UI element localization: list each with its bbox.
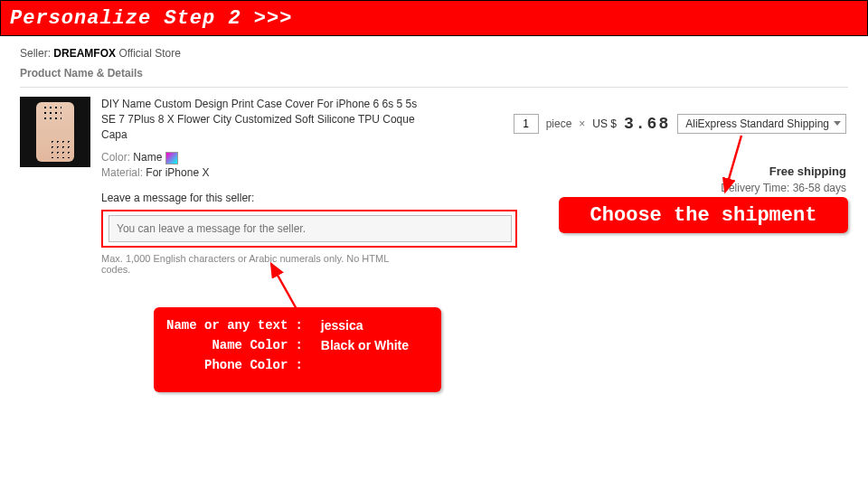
message-highlight	[101, 210, 517, 248]
product-material-row: Material: For iPhone X	[101, 166, 418, 179]
order-panel: piece × US $ 3.68 AliExpress Standard Sh…	[514, 114, 846, 194]
form-row1-value: jessica	[321, 318, 409, 333]
quantity-input[interactable]	[514, 114, 539, 134]
hero-title: Personalize Step 2 >>>	[10, 7, 292, 30]
material-label: Material:	[101, 166, 143, 179]
callout-form: Name or any text : jessica Name Color : …	[154, 307, 441, 392]
chevron-down-icon	[834, 121, 841, 126]
currency-label: US $	[592, 117, 617, 130]
multiply-icon: ×	[579, 117, 585, 130]
seller-label: Seller:	[20, 47, 51, 60]
product-thumbnail[interactable]	[20, 97, 90, 167]
delivery-line: Delivery Time: 36-58 days	[514, 182, 846, 194]
divider	[20, 87, 848, 88]
product-thumbnail-image	[36, 102, 74, 162]
color-swatch-icon	[165, 152, 178, 164]
delivery-label: Delivery Time:	[721, 182, 789, 194]
callout-shipment-text: Choose the shipment	[590, 204, 817, 227]
message-label: Leave a message for this seller:	[101, 192, 418, 204]
free-shipping-label: Free shipping	[514, 164, 846, 178]
seller-suffix: Official Store	[118, 47, 180, 60]
message-block: Leave a message for this seller: Max. 1,…	[101, 192, 418, 275]
shipping-select[interactable]: AliExpress Standard Shipping	[677, 114, 846, 134]
form-row3-label: Phone Color	[166, 358, 288, 372]
order-line: piece × US $ 3.68 AliExpress Standard Sh…	[514, 114, 846, 134]
unit-label: piece	[546, 117, 572, 130]
price-value: 3.68	[624, 115, 670, 133]
callout-shipment: Choose the shipment	[559, 197, 848, 233]
callout-form-grid: Name or any text : jessica Name Color : …	[166, 318, 409, 372]
form-row3-colon: :	[295, 358, 302, 372]
material-value: For iPhone X	[146, 166, 209, 179]
section-heading: Product Name & Details	[20, 67, 848, 80]
hero-bar: Personalize Step 2 >>>	[0, 0, 868, 36]
form-row1-colon: :	[295, 318, 302, 333]
form-row2-label: Name Color	[166, 338, 288, 352]
form-row2-colon: :	[295, 338, 302, 352]
shipping-option-label: AliExpress Standard Shipping	[685, 117, 829, 130]
delivery-value: 36-58 days	[793, 182, 846, 194]
message-input[interactable]	[108, 215, 512, 242]
message-hint: Max. 1,000 English characters or Arabic …	[101, 253, 418, 275]
product-title[interactable]: DIY Name Custom Design Print Case Cover …	[101, 97, 418, 142]
color-label: Color:	[101, 151, 130, 164]
form-row1-label: Name or any text	[166, 318, 288, 333]
color-value: Name	[133, 151, 162, 164]
seller-line: Seller: DREAMFOX Official Store	[20, 47, 848, 60]
product-details: DIY Name Custom Design Print Case Cover …	[101, 97, 418, 275]
form-row2-value: Black or White	[321, 338, 409, 352]
product-color-row: Color: Name	[101, 151, 418, 164]
seller-name[interactable]: DREAMFOX	[53, 47, 116, 60]
